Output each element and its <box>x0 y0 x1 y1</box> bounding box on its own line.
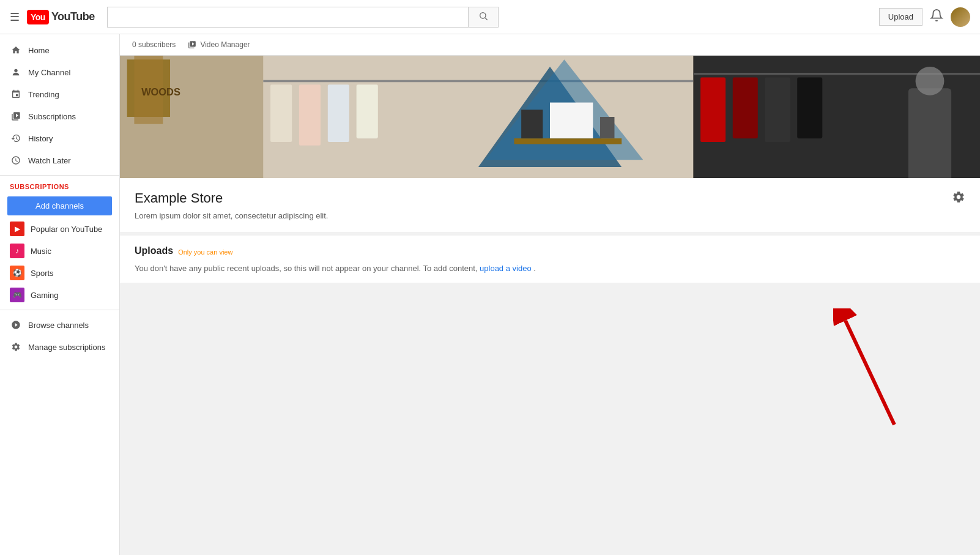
sidebar-item-my-channel[interactable]: My Channel <box>0 61 119 83</box>
home-icon <box>10 44 22 56</box>
sidebar-item-watch-later[interactable]: Watch Later <box>0 149 119 171</box>
sidebar-divider-2 <box>0 310 119 310</box>
sidebar-item-music[interactable]: ♪ Music <box>0 240 119 262</box>
sidebar-item-browse-channels[interactable]: Browse channels <box>0 314 119 336</box>
uploads-desc-pre: You don't have any public recent uploads… <box>135 264 477 273</box>
svg-rect-24 <box>765 78 790 142</box>
uploads-section: Uploads Only you can view You don't have… <box>120 236 980 283</box>
youtube-text: YouTube <box>51 10 95 23</box>
svg-rect-16 <box>514 138 622 144</box>
browse-channels-label: Browse channels <box>28 321 89 330</box>
sidebar-item-subscriptions[interactable]: Subscriptions <box>0 105 119 127</box>
upload-video-link[interactable]: upload a video <box>480 264 532 273</box>
sidebar: Home My Channel Trending Subscriptions H… <box>0 34 120 555</box>
sidebar-item-popular[interactable]: ▶ Popular on YouTube <box>0 218 119 240</box>
manage-subscriptions-icon <box>10 341 22 353</box>
svg-rect-13 <box>357 84 378 138</box>
sidebar-item-trending[interactable]: Trending <box>0 83 119 105</box>
only-you-badge: Only you can view <box>178 248 232 256</box>
search-button[interactable] <box>468 7 498 27</box>
svg-rect-26 <box>908 88 951 178</box>
svg-rect-25 <box>797 78 822 139</box>
menu-icon[interactable]: ☰ <box>10 10 20 24</box>
channel-description: Lorem ipsum dolor sit amet, consectetur … <box>135 211 328 220</box>
svg-rect-18 <box>550 103 593 139</box>
svg-point-27 <box>916 67 945 95</box>
manage-subscriptions-label: Manage subscriptions <box>28 343 105 352</box>
music-icon: ♪ <box>10 244 24 258</box>
search-input[interactable] <box>108 7 468 27</box>
add-channels-button[interactable]: Add channels <box>7 196 112 215</box>
sports-icon: ⚽ <box>10 266 24 280</box>
channel-info-text: Example Store Lorem ipsum dolor sit amet… <box>135 190 328 220</box>
gaming-icon: 🎮 <box>10 288 24 302</box>
sidebar-item-manage-subscriptions[interactable]: Manage subscriptions <box>0 336 119 358</box>
sidebar-divider <box>0 175 119 176</box>
svg-rect-22 <box>700 78 726 142</box>
svg-point-0 <box>480 13 485 18</box>
logo[interactable]: You YouTube <box>27 10 95 24</box>
uploads-title-row: Uploads Only you can view <box>135 245 965 259</box>
sidebar-item-home[interactable]: Home <box>0 39 119 61</box>
channel-header-bar: 0 subscribers Video Manager <box>120 34 980 56</box>
header-right: Upload <box>879 7 970 27</box>
svg-text:WOODS: WOODS <box>141 86 180 97</box>
subscriptions-icon <box>10 110 22 122</box>
sidebar-item-trending-label: Trending <box>28 90 59 99</box>
main-content: 0 subscribers Video Manager WOODS <box>120 34 980 555</box>
settings-button[interactable] <box>952 190 965 207</box>
layout: Home My Channel Trending Subscriptions H… <box>0 34 980 555</box>
channel-title: Example Store <box>135 190 328 206</box>
bell-icon[interactable] <box>930 9 943 25</box>
sidebar-item-gaming[interactable]: 🎮 Gaming <box>0 284 119 306</box>
avatar[interactable] <box>951 7 970 27</box>
popular-label: Popular on YouTube <box>31 225 102 234</box>
svg-rect-23 <box>733 78 758 139</box>
header: ☰ You YouTube Upload <box>0 0 980 34</box>
popular-icon: ▶ <box>10 222 24 236</box>
gaming-label: Gaming <box>31 291 59 300</box>
subscriber-count: 0 subscribers <box>132 40 176 49</box>
browse-channels-icon <box>10 319 22 331</box>
trending-icon <box>10 88 22 100</box>
sidebar-item-watch-later-label: Watch Later <box>28 156 71 165</box>
video-manager-link[interactable]: Video Manager <box>188 40 250 49</box>
watch-later-icon <box>10 154 22 166</box>
sidebar-item-history-label: History <box>28 134 53 143</box>
sidebar-item-subscriptions-label: Subscriptions <box>28 112 76 121</box>
svg-rect-12 <box>328 84 349 142</box>
sports-label: Sports <box>31 269 54 278</box>
history-icon <box>10 132 22 144</box>
svg-rect-10 <box>270 84 292 142</box>
channel-art-banner: WOODS <box>120 56 980 178</box>
channel-info-section: Example Store Lorem ipsum dolor sit amet… <box>120 178 980 233</box>
svg-rect-19 <box>600 117 614 138</box>
video-manager-label: Video Manager <box>200 40 250 49</box>
svg-line-1 <box>485 18 488 20</box>
sidebar-item-sports[interactable]: ⚽ Sports <box>0 262 119 284</box>
search-container <box>107 7 499 28</box>
sidebar-item-history[interactable]: History <box>0 127 119 149</box>
uploads-desc-post: . <box>533 264 536 273</box>
upload-button[interactable]: Upload <box>879 8 922 26</box>
youtube-icon: You <box>27 10 49 24</box>
my-channel-icon <box>10 66 22 78</box>
subscriptions-section-title: SUBSCRIPTIONS <box>0 179 119 194</box>
uploads-description: You don't have any public recent uploads… <box>135 264 965 273</box>
svg-rect-17 <box>521 110 543 138</box>
music-label: Music <box>31 247 51 256</box>
uploads-title: Uploads <box>135 245 173 256</box>
svg-rect-11 <box>299 84 321 146</box>
sidebar-item-my-channel-label: My Channel <box>28 68 70 77</box>
svg-point-2 <box>14 69 17 72</box>
sidebar-item-home-label: Home <box>28 46 50 55</box>
